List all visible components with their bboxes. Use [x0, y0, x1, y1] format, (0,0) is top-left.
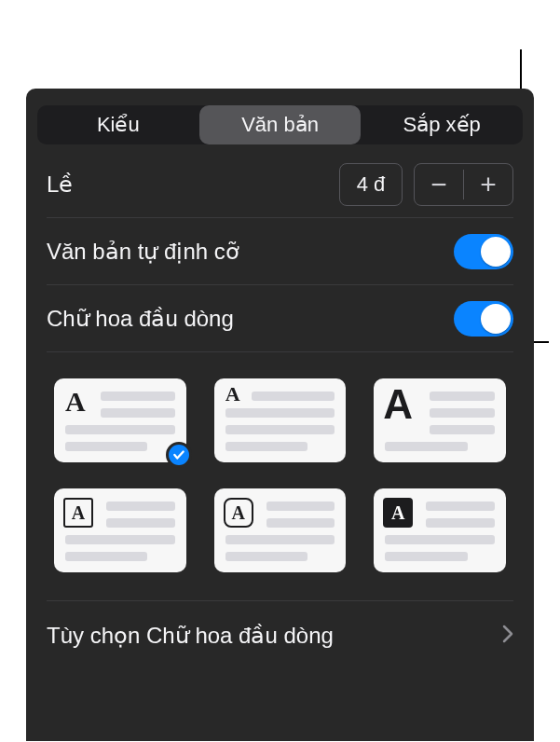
dropcap-preview-box: A [383, 498, 413, 528]
content-area: Lề 4 đ − + Văn bản tự định cỡ Chữ hoa đầ… [26, 144, 534, 670]
dropcap-preview-letter: A [391, 502, 404, 524]
autofit-row: Văn bản tự định cỡ [47, 218, 513, 285]
dropcap-preview-letter: A [383, 384, 413, 425]
format-tabs: Kiểu Văn bản Sắp xếp [37, 105, 523, 144]
margin-value[interactable]: 4 đ [339, 163, 403, 206]
dropcap-style-3[interactable]: A [374, 378, 506, 462]
toggle-knob [481, 237, 511, 267]
dropcap-style-5[interactable]: A [214, 488, 347, 572]
dropcap-preview-box: A [224, 498, 253, 528]
plus-icon: + [480, 169, 497, 200]
dropcap-style-1[interactable]: A [54, 378, 186, 462]
dropcap-options-label: Tùy chọn Chữ hoa đầu dòng [47, 623, 502, 649]
dropcap-preview-letter: A [65, 388, 86, 416]
dropcap-toggle[interactable] [454, 301, 513, 337]
tab-style[interactable]: Kiểu [37, 105, 199, 144]
dropcap-style-grid: A A [47, 352, 513, 601]
dropcap-preview-letter: A [231, 503, 244, 522]
format-panel: Kiểu Văn bản Sắp xếp Lề 4 đ − + Văn bản … [26, 89, 534, 741]
margin-stepper: − + [414, 163, 513, 206]
autofit-label: Văn bản tự định cỡ [47, 239, 454, 265]
autofit-toggle[interactable] [454, 234, 513, 269]
dropcap-options-row[interactable]: Tùy chọn Chữ hoa đầu dòng [47, 601, 513, 670]
dropcap-preview-letter: A [72, 503, 85, 522]
dropcap-style-4[interactable]: A [54, 488, 186, 572]
selected-check-icon [166, 442, 192, 468]
margin-decrease-button[interactable]: − [415, 164, 463, 205]
dropcap-preview-box: A [63, 498, 93, 528]
minus-icon: − [430, 169, 447, 200]
tab-text[interactable]: Văn bản [199, 105, 362, 144]
dropcap-preview-letter: A [225, 384, 240, 405]
margin-row: Lề 4 đ − + [47, 144, 513, 218]
margin-increase-button[interactable]: + [464, 164, 512, 205]
dropcap-label: Chữ hoa đầu dòng [47, 306, 454, 332]
chevron-right-icon [502, 623, 513, 649]
toggle-knob [481, 304, 511, 334]
dropcap-row: Chữ hoa đầu dòng [47, 285, 513, 352]
dropcap-style-6[interactable]: A [374, 488, 506, 572]
dropcap-style-2[interactable]: A [214, 378, 347, 462]
margin-label: Lề [47, 172, 339, 198]
tab-arrange[interactable]: Sắp xếp [361, 105, 523, 144]
